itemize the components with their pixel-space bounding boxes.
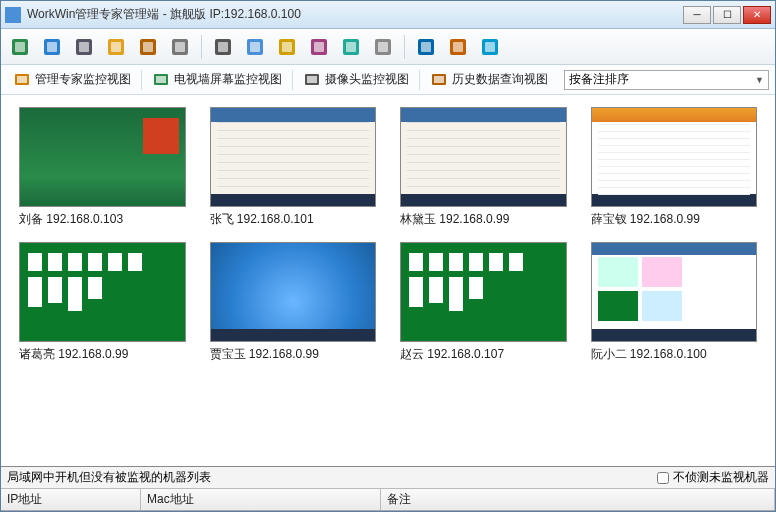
bottom-panel-header: 局域网中开机但没有被监视的机器列表 不侦测未监视机器: [1, 467, 775, 489]
cd-icon[interactable]: [370, 34, 396, 60]
svg-rect-31: [17, 76, 27, 83]
svg-rect-5: [79, 42, 89, 52]
svg-rect-37: [434, 76, 444, 83]
book1-icon[interactable]: [413, 34, 439, 60]
client-screenshot: [19, 242, 186, 342]
client-card[interactable]: 诸葛亮 192.168.0.99: [19, 242, 186, 363]
view-tab-label: 摄像头监控视图: [325, 71, 409, 88]
client-screenshot: [591, 107, 758, 207]
detect-checkbox-label: 不侦测未监视机器: [673, 469, 769, 486]
app-window: WorkWin管理专家管理端 - 旗舰版 IP:192.168.0.100 ─ …: [0, 0, 776, 512]
view-tab-bar: 管理专家监控视图电视墙屏幕监控视图摄像头监控视图历史数据查询视图 按备注排序 ▼: [1, 65, 775, 95]
screenshot-grid: 刘备 192.168.0.103张飞 192.168.0.101林黛玉 192.…: [1, 95, 775, 466]
column-header[interactable]: 备注: [381, 489, 775, 510]
client-screenshot: [210, 242, 377, 342]
bottom-panel-title: 局域网中开机但没有被监视的机器列表: [7, 469, 657, 486]
svg-rect-21: [346, 42, 356, 52]
svg-rect-27: [453, 42, 463, 52]
screen-record-icon[interactable]: [71, 34, 97, 60]
client-screenshot: [210, 107, 377, 207]
client-caption: 林黛玉 192.168.0.99: [400, 211, 567, 228]
svg-rect-35: [307, 76, 317, 83]
view-tab-2[interactable]: 摄像头监控视图: [297, 69, 415, 91]
svg-rect-29: [485, 42, 495, 52]
column-header[interactable]: IP地址: [1, 489, 141, 510]
client-card[interactable]: 阮小二 192.168.0.100: [591, 242, 758, 363]
client-card[interactable]: 刘备 192.168.0.103: [19, 107, 186, 228]
bottom-panel: 局域网中开机但没有被监视的机器列表 不侦测未监视机器 IP地址Mac地址备注: [1, 466, 775, 511]
users-icon[interactable]: [103, 34, 129, 60]
client-screenshot: [591, 242, 758, 342]
client-caption: 薛宝钗 192.168.0.99: [591, 211, 758, 228]
help-icon[interactable]: [477, 34, 503, 60]
svg-rect-19: [314, 42, 324, 52]
maximize-button[interactable]: ☐: [713, 6, 741, 24]
client-card[interactable]: 张飞 192.168.0.101: [210, 107, 377, 228]
client-caption: 赵云 192.168.0.107: [400, 346, 567, 363]
chat-icon[interactable]: [242, 34, 268, 60]
svg-rect-33: [156, 76, 166, 83]
app-icon: [5, 7, 21, 23]
close-button[interactable]: ✕: [743, 6, 771, 24]
gear-refresh-icon[interactable]: [167, 34, 193, 60]
panel-icon: [13, 71, 31, 89]
svg-rect-11: [175, 42, 185, 52]
detect-checkbox-wrapper[interactable]: 不侦测未监视机器: [657, 469, 769, 486]
history-icon: [430, 71, 448, 89]
svg-rect-25: [421, 42, 431, 52]
column-header[interactable]: Mac地址: [141, 489, 381, 510]
view-tab-0[interactable]: 管理专家监控视图: [7, 69, 137, 91]
svg-rect-7: [111, 42, 121, 52]
client-card[interactable]: 贾宝玉 192.168.0.99: [210, 242, 377, 363]
svg-rect-17: [282, 42, 292, 52]
book2-icon[interactable]: [445, 34, 471, 60]
minimize-button[interactable]: ─: [683, 6, 711, 24]
view-tab-3[interactable]: 历史数据查询视图: [424, 69, 554, 91]
client-caption: 张飞 192.168.0.101: [210, 211, 377, 228]
titlebar: WorkWin管理专家管理端 - 旗舰版 IP:192.168.0.100 ─ …: [1, 1, 775, 29]
window-title: WorkWin管理专家管理端 - 旗舰版 IP:192.168.0.100: [27, 6, 683, 23]
net-icon[interactable]: [338, 34, 364, 60]
svg-rect-9: [143, 42, 153, 52]
globe-icon[interactable]: [39, 34, 65, 60]
client-screenshot: [400, 107, 567, 207]
client-card[interactable]: 赵云 192.168.0.107: [400, 242, 567, 363]
client-screenshot: [19, 107, 186, 207]
main-toolbar: [1, 29, 775, 65]
mail-icon[interactable]: [274, 34, 300, 60]
client-card[interactable]: 薛宝钗 192.168.0.99: [591, 107, 758, 228]
camera-icon[interactable]: [210, 34, 236, 60]
client-caption: 阮小二 192.168.0.100: [591, 346, 758, 363]
tv-icon: [152, 71, 170, 89]
chevron-down-icon: ▼: [755, 75, 764, 85]
view-tab-label: 管理专家监控视图: [35, 71, 131, 88]
client-caption: 刘备 192.168.0.103: [19, 211, 186, 228]
sort-dropdown[interactable]: 按备注排序 ▼: [564, 70, 769, 90]
svg-rect-15: [250, 42, 260, 52]
view-tab-1[interactable]: 电视墙屏幕监控视图: [146, 69, 288, 91]
svg-rect-1: [15, 42, 25, 52]
docs-icon[interactable]: [135, 34, 161, 60]
disk-icon[interactable]: [306, 34, 332, 60]
client-screenshot: [400, 242, 567, 342]
cam-icon: [303, 71, 321, 89]
svg-rect-13: [218, 42, 228, 52]
client-caption: 贾宝玉 192.168.0.99: [210, 346, 377, 363]
svg-rect-3: [47, 42, 57, 52]
unmonitored-table-header: IP地址Mac地址备注: [1, 489, 775, 511]
view-tab-label: 电视墙屏幕监控视图: [174, 71, 282, 88]
svg-rect-23: [378, 42, 388, 52]
app-monitor-icon[interactable]: [7, 34, 33, 60]
view-tab-label: 历史数据查询视图: [452, 71, 548, 88]
sort-selected-label: 按备注排序: [569, 71, 629, 88]
client-caption: 诸葛亮 192.168.0.99: [19, 346, 186, 363]
window-controls: ─ ☐ ✕: [683, 6, 771, 24]
client-card[interactable]: 林黛玉 192.168.0.99: [400, 107, 567, 228]
detect-checkbox[interactable]: [657, 472, 669, 484]
